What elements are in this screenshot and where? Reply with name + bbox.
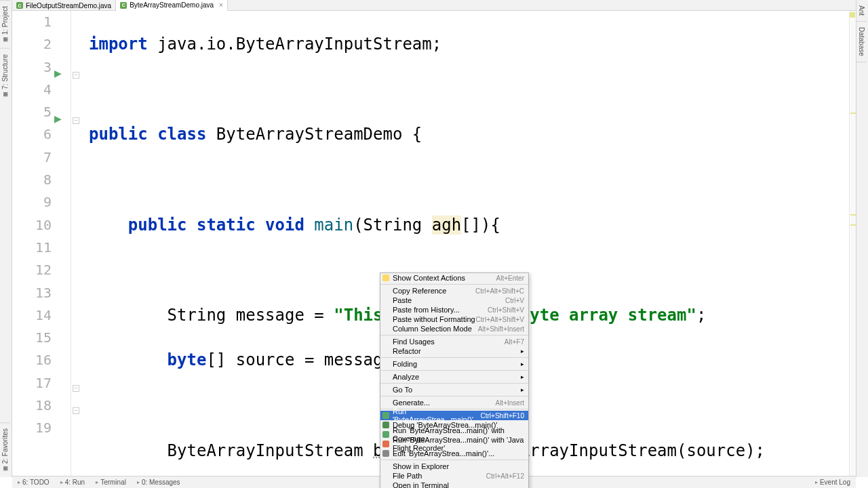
left-tool-sidebar: 1: Project 7: Structure 2: Favorites xyxy=(0,0,12,477)
menu-item-label: Refactor xyxy=(393,347,421,355)
fold-icon[interactable]: − xyxy=(73,407,79,414)
tab-bytearraystreamdemo[interactable]: C ByteArrayStreamDemo.java × xyxy=(116,0,228,11)
path-icon xyxy=(382,472,389,479)
java-file-icon: C xyxy=(120,2,127,9)
menu-item-file-path[interactable]: File PathCtrl+Alt+F12 xyxy=(380,471,528,481)
menu-shortcut: Ctrl+Alt+F12 xyxy=(486,472,524,480)
tool-run[interactable]: 4: Run xyxy=(55,479,90,486)
menu-item-label: Show in Explorer xyxy=(393,462,449,470)
fold-icon[interactable]: − xyxy=(73,72,79,79)
tool-todo[interactable]: 6: TODO xyxy=(12,479,55,486)
tool-ant[interactable]: Ant xyxy=(856,0,867,22)
menu-shortcut: Ctrl+Shift+F10 xyxy=(481,412,524,420)
menu-shortcut: Ctrl+Alt+Shift+V xyxy=(476,316,524,323)
submenu-arrow-icon: ▸ xyxy=(521,373,524,380)
menu-item-copy-reference[interactable]: Copy ReferenceCtrl+Alt+Shift+C xyxy=(380,286,528,296)
run-icon xyxy=(382,412,389,419)
close-icon[interactable]: × xyxy=(219,1,223,9)
run-gutter-icon[interactable]: ▶ xyxy=(54,113,62,124)
bulb-icon xyxy=(382,274,389,281)
submenu-arrow-icon: ▸ xyxy=(521,361,524,367)
menu-shortcut: Alt+F7 xyxy=(505,338,524,346)
tool-terminal[interactable]: Terminal xyxy=(90,479,132,486)
fold-icon[interactable]: − xyxy=(73,385,79,392)
menu-item-label: Copy Reference xyxy=(393,287,447,295)
cov-icon xyxy=(382,431,389,438)
menu-item-run-bytearraystrea-main-with-java-flight-recorder[interactable]: Run 'ByteArrayStrea...main()' with 'Java… xyxy=(380,439,528,449)
menu-item-folding[interactable]: Folding▸ xyxy=(380,359,528,369)
tab-label: ByteArrayStreamDemo.java xyxy=(130,1,214,9)
menu-item-go-to[interactable]: Go To▸ xyxy=(380,385,528,394)
menu-item-generate[interactable]: Generate...Alt+Insert xyxy=(380,398,528,407)
run-gutter-icon[interactable]: ▶ xyxy=(54,68,62,79)
menu-item-analyze[interactable]: Analyze▸ xyxy=(380,372,528,382)
menu-item-label: Find Usages xyxy=(393,338,435,346)
menu-item-open-in-terminal[interactable]: Open in Terminal xyxy=(380,481,528,488)
tool-structure[interactable]: 7: Structure xyxy=(0,48,10,103)
menu-shortcut: Alt+Shift+Insert xyxy=(478,325,524,333)
submenu-arrow-icon: ▸ xyxy=(521,348,524,354)
context-menu: Show Context ActionsAlt+EnterCopy Refere… xyxy=(380,272,529,488)
menu-item-label: Paste without Formatting xyxy=(393,315,475,323)
menu-item-show-in-explorer[interactable]: Show in Explorer xyxy=(380,462,528,471)
right-tool-sidebar: Ant Database xyxy=(856,0,868,477)
jfr-icon xyxy=(382,441,389,447)
menu-item-label: Paste from History... xyxy=(393,306,460,314)
menu-item-label: Paste xyxy=(393,296,412,304)
menu-item-label: Show Context Actions xyxy=(393,274,465,282)
menu-item-label: Folding xyxy=(393,360,417,368)
menu-item-edit-bytearraystrea-main[interactable]: Edit 'ByteArrayStrea...main()'... xyxy=(380,449,528,458)
menu-item-label: Generate... xyxy=(393,399,430,407)
menu-item-run-bytearraystrea-main[interactable]: Run 'ByteArrayStrea...main()'Ctrl+Shift+… xyxy=(380,411,528,420)
term-icon xyxy=(382,482,389,488)
menu-shortcut: Ctrl+Alt+Shift+C xyxy=(475,287,524,295)
analysis-status-icon[interactable] xyxy=(850,12,855,18)
fold-gutter: − − − − xyxy=(71,11,82,477)
line-number-gutter[interactable]: 1 2 3 4 5 6 7 8 9 10 11 12 13 14 15 16 1… xyxy=(12,11,71,477)
menu-shortcut: Alt+Insert xyxy=(495,399,524,407)
menu-shortcut: Ctrl+Shift+V xyxy=(488,306,524,314)
menu-item-paste[interactable]: PasteCtrl+V xyxy=(380,296,528,305)
edit-icon xyxy=(382,450,389,457)
menu-item-show-context-actions[interactable]: Show Context ActionsAlt+Enter xyxy=(380,273,528,283)
menu-item-column-selection-mode[interactable]: Column Selection ModeAlt+Shift+Insert xyxy=(380,324,528,333)
tool-project[interactable]: 1: Project xyxy=(0,0,10,48)
paste-icon xyxy=(382,297,389,304)
menu-item-find-usages[interactable]: Find UsagesAlt+F7 xyxy=(380,337,528,346)
menu-shortcut: Alt+Enter xyxy=(496,274,524,282)
menu-item-refactor[interactable]: Refactor▸ xyxy=(380,346,528,356)
tool-messages[interactable]: 0: Messages xyxy=(132,479,186,486)
tool-database[interactable]: Database xyxy=(856,22,867,62)
java-file-icon: C xyxy=(16,2,23,9)
submenu-arrow-icon: ▸ xyxy=(521,386,524,393)
menu-item-label: Analyze xyxy=(393,373,419,381)
editor-tabs: C FileOutputStreamDemo.java C ByteArrayS… xyxy=(12,0,856,11)
debug-icon xyxy=(382,422,389,428)
menu-item-label: Edit 'ByteArrayStrea...main()'... xyxy=(393,449,494,458)
menu-item-label: Open in Terminal xyxy=(393,481,449,488)
menu-item-label: Go To xyxy=(393,386,412,394)
menu-item-paste-from-history[interactable]: Paste from History...Ctrl+Shift+V xyxy=(380,305,528,314)
tab-label: FileOutputStreamDemo.java xyxy=(26,2,111,9)
menu-item-label: Column Selection Mode xyxy=(393,325,472,333)
menu-item-paste-without-formatting[interactable]: Paste without FormattingCtrl+Alt+Shift+V xyxy=(380,314,528,324)
fold-icon[interactable]: − xyxy=(73,117,79,124)
tool-eventlog[interactable]: Event Log xyxy=(810,479,856,486)
tool-favorites[interactable]: 2: Favorites xyxy=(0,422,10,477)
tab-fileoutputstreamdemo[interactable]: C FileOutputStreamDemo.java xyxy=(12,0,116,11)
menu-shortcut: Ctrl+V xyxy=(505,297,524,304)
menu-item-label: File Path xyxy=(393,472,422,480)
editor-scrollbar[interactable] xyxy=(849,11,856,477)
